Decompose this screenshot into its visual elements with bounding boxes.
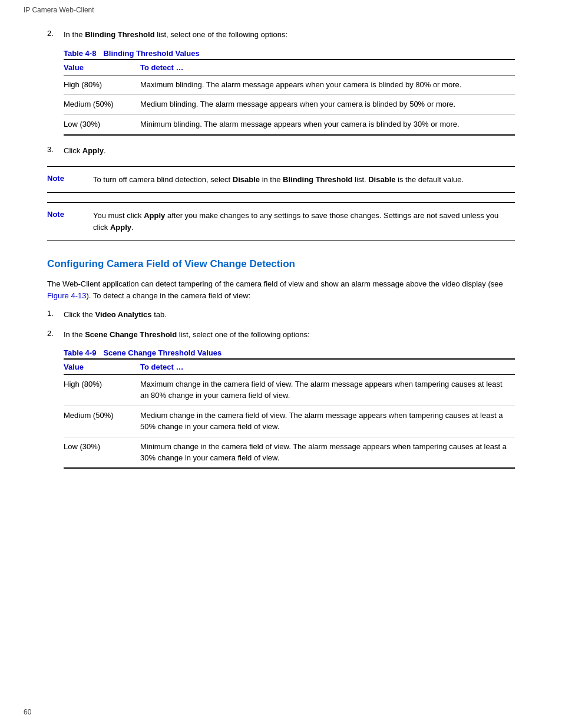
step-1-video-analytics: 1. Click the Video Analytics tab.: [47, 309, 515, 321]
section2-steps: 1. Click the Video Analytics tab. 2. In …: [47, 309, 515, 340]
step-3-text: Click Apply.: [64, 145, 106, 157]
blinding-threshold-bold-2: Blinding Threshold: [283, 175, 352, 184]
note-box-2: Note You must click Apply after you make…: [47, 202, 515, 241]
table-4-9-label: Table 4-9: [64, 348, 96, 357]
blinding-threshold-bold: Blinding Threshold: [85, 30, 154, 39]
step-1b-text: Click the Video Analytics tab.: [64, 309, 167, 321]
page-footer: 60: [24, 708, 31, 716]
table-row: High (80%) Maximum blinding. The alarm m…: [64, 75, 515, 95]
cell-value: High (80%): [64, 375, 140, 406]
step-2-text: In the Blinding Threshold list, select o…: [64, 29, 287, 41]
table-row: Low (30%) Minimum change in the camera f…: [64, 437, 515, 468]
note-2-text: You must click Apply after you make chan…: [93, 210, 515, 233]
section-2-title: Configuring Camera Field of View Change …: [47, 258, 515, 270]
step-number-3: 3.: [47, 145, 64, 154]
cell-description: Medium change in the camera field of vie…: [140, 406, 515, 437]
page-content: 2. In the Blinding Threshold list, selec…: [0, 17, 562, 502]
step-2-scene-change: 2. In the Scene Change Threshold list, s…: [47, 329, 515, 341]
cell-description: Maximum blinding. The alarm message appe…: [140, 75, 515, 95]
table-row: Low (30%) Minimum blinding. The alarm me…: [64, 115, 515, 135]
note-1-text: To turn off camera blind detection, sele…: [93, 174, 464, 186]
disable-bold-1: Disable: [233, 175, 260, 184]
table-4-8-label: Table 4-8: [64, 49, 96, 58]
table-row: Medium (50%) Medium change in the camera…: [64, 406, 515, 437]
scene-change-table: Value To detect … High (80%) Maximum cha…: [64, 358, 515, 469]
cell-description: Medium blinding. The alarm message appea…: [140, 95, 515, 115]
step-3-apply: 3. Click Apply.: [47, 145, 515, 157]
table2-header-row: Value To detect …: [64, 359, 515, 375]
step-2b-text: In the Scene Change Threshold list, sele…: [64, 329, 310, 341]
table-4-9-caption: Table 4-9 Scene Change Threshold Values: [64, 348, 515, 357]
col2-detect-header: To detect …: [140, 359, 515, 375]
scene-change-bold: Scene Change Threshold: [85, 330, 177, 339]
blinding-threshold-table: Value To detect … High (80%) Maximum bli…: [64, 59, 515, 136]
cell-value: Low (30%): [64, 437, 140, 468]
apply-bold-3: Apply: [110, 223, 131, 232]
step-number-2: 2.: [47, 29, 64, 38]
figure-4-13-link[interactable]: Figure 4-13: [47, 291, 86, 300]
cell-description: Maximum change in the camera field of vi…: [140, 375, 515, 406]
step-number-1b: 1.: [47, 309, 64, 318]
col-value-header: Value: [64, 60, 140, 75]
cell-value: Medium (50%): [64, 406, 140, 437]
page-number: 60: [24, 708, 31, 716]
table-header-row: Value To detect …: [64, 60, 515, 75]
cell-value: Medium (50%): [64, 95, 140, 115]
page-header: IP Camera Web-Client: [0, 0, 562, 17]
step-number-2b: 2.: [47, 329, 64, 338]
note-box-1: Note To turn off camera blind detection,…: [47, 166, 515, 193]
table-4-8-title: Blinding Threshold Values: [103, 49, 199, 58]
step-2-blinding: 2. In the Blinding Threshold list, selec…: [47, 29, 515, 41]
cell-description: Minimum change in the camera field of vi…: [140, 437, 515, 468]
col2-value-header: Value: [64, 359, 140, 375]
cell-value: Low (30%): [64, 115, 140, 135]
note-label-2: Note: [47, 210, 77, 219]
table-4-8-caption: Table 4-8 Blinding Threshold Values: [64, 49, 515, 58]
table-4-9-title: Scene Change Threshold Values: [103, 348, 222, 357]
table-4-9-container: Table 4-9 Scene Change Threshold Values …: [64, 348, 515, 469]
table-row: High (80%) Maximum change in the camera …: [64, 375, 515, 406]
breadcrumb: IP Camera Web-Client: [24, 6, 94, 14]
disable-bold-2: Disable: [368, 175, 395, 184]
video-analytics-bold: Video Analytics: [95, 310, 151, 319]
apply-bold-1: Apply: [82, 146, 104, 155]
section-2-intro: The Web-Client application can detect ta…: [47, 278, 515, 302]
cell-value: High (80%): [64, 75, 140, 95]
apply-bold-2: Apply: [144, 211, 165, 220]
table-row: Medium (50%) Medium blinding. The alarm …: [64, 95, 515, 115]
cell-description: Minimum blinding. The alarm message appe…: [140, 115, 515, 135]
col-detect-header: To detect …: [140, 60, 515, 75]
table-4-8-container: Table 4-8 Blinding Threshold Values Valu…: [64, 49, 515, 136]
note-label-1: Note: [47, 174, 77, 183]
